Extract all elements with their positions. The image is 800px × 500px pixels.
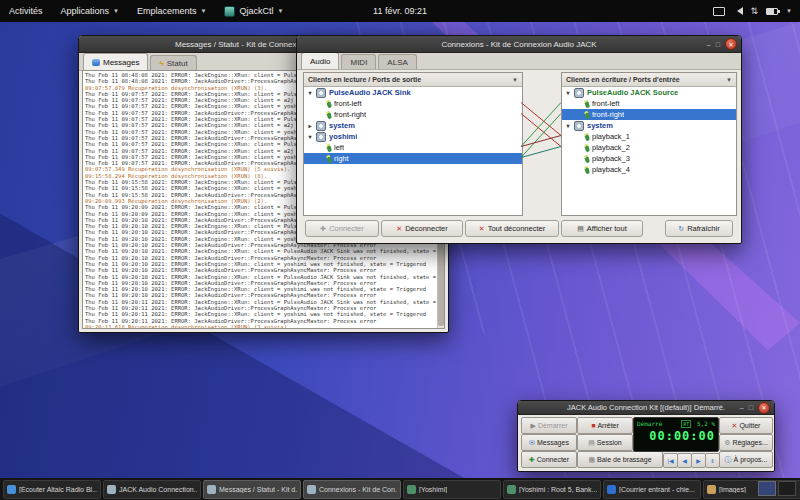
- patchbay-button[interactable]: ▦ Baie de brassage: [577, 451, 663, 468]
- taskbar-window-button[interactable]: Connexions - Kit de Con...: [303, 480, 401, 499]
- places-menu[interactable]: Emplacements ▼: [128, 0, 215, 22]
- tree-row[interactable]: ▾▸ playback_4: [562, 164, 736, 175]
- session-button[interactable]: ▤ Session: [577, 434, 633, 451]
- taskbar-window-button[interactable]: Messages / Statut - Kit d...: [203, 480, 301, 499]
- maximize-button[interactable]: □: [749, 404, 753, 411]
- tab-midi[interactable]: MIDI: [341, 54, 376, 69]
- tab-alsa[interactable]: ALSA: [378, 54, 416, 69]
- tab-audio[interactable]: Audio: [301, 52, 339, 69]
- messages-label: Messages: [537, 439, 569, 446]
- tree-row[interactable]: ▾▸ front-right: [562, 109, 736, 120]
- tree-row[interactable]: ▾▸ playback_1: [562, 131, 736, 142]
- port-icon: [584, 99, 590, 108]
- minimize-button[interactable]: –: [707, 41, 711, 48]
- port-icon: [584, 132, 590, 141]
- transport-button[interactable]: ‖: [705, 453, 720, 468]
- appmenu-qjackctl[interactable]: QjackCtl ▼: [215, 0, 292, 22]
- taskbar-window-button[interactable]: [Yoshimi : Root 5, Bank...: [503, 480, 601, 499]
- client-icon: [574, 88, 584, 98]
- tree-row[interactable]: ▾▸ playback_3: [562, 153, 736, 164]
- taskbar-window-button[interactable]: JACK Audio Connection...: [103, 480, 201, 499]
- port-icon: [326, 143, 332, 152]
- messages-button[interactable]: ✉ Messages: [521, 434, 577, 451]
- close-button[interactable]: ✕: [758, 402, 770, 414]
- stop-button[interactable]: ■ Arrêter: [577, 417, 633, 434]
- quit-label: Quitter: [739, 422, 760, 429]
- expander-icon[interactable]: ▾▸: [307, 122, 313, 129]
- connect-window-button[interactable]: ✚ Connecter: [521, 451, 577, 468]
- tree-row[interactable]: ▾▸ yoshimi: [304, 131, 522, 142]
- network-icon: ⇅: [751, 7, 759, 16]
- window-app-icon: [207, 485, 216, 494]
- expander-icon[interactable]: ▾▸: [565, 122, 571, 129]
- clock[interactable]: 11 févr. 09:21: [373, 0, 427, 22]
- tree-row[interactable]: ▾▸ right: [304, 153, 522, 164]
- output-panel-header[interactable]: Clients en lecture / Ports de sortie ▼: [304, 73, 522, 87]
- refresh-button[interactable]: ↻ Rafraîchir: [665, 220, 733, 237]
- about-button[interactable]: ⓘ À propos...: [719, 451, 773, 468]
- transport-button[interactable]: ▶: [691, 453, 706, 468]
- connect-label: Connecter: [329, 224, 364, 233]
- window-app-icon: [607, 485, 616, 494]
- messages-icon: [92, 59, 100, 66]
- settings-label: Réglages...: [732, 439, 767, 446]
- tree-row[interactable]: ▾▸ system: [562, 120, 736, 131]
- connection-lines: [521, 72, 561, 216]
- output-panel-title: Clients en lecture / Ports de sortie: [308, 76, 421, 83]
- tree-item-label: playback_2: [592, 143, 630, 152]
- appmenu-label: QjackCtl: [239, 6, 273, 16]
- qjackctl-app-icon: [224, 6, 235, 17]
- taskbar-window-button[interactable]: [Écouter Altaic Radio Bl...: [3, 480, 101, 499]
- tab-alsa-label: ALSA: [387, 58, 407, 67]
- tree-item-label: front-right: [334, 110, 366, 119]
- tab-status[interactable]: ϟ Statut: [150, 55, 196, 70]
- expander-icon[interactable]: ▾▸: [565, 89, 571, 96]
- close-button[interactable]: ✕: [725, 38, 737, 50]
- scrollbar-thumb[interactable]: [438, 239, 444, 326]
- taskbar-window-button[interactable]: [Courrier entrant - chie...: [603, 480, 701, 499]
- start-button[interactable]: ▶ Démarrer: [521, 417, 577, 434]
- activities-button[interactable]: Activités: [0, 0, 52, 22]
- disconnect-button[interactable]: ✕ Déconnecter: [381, 220, 463, 237]
- connect-button[interactable]: ✚ Connecter: [305, 220, 379, 237]
- connect-window-label: Connecter: [537, 456, 569, 463]
- applications-menu[interactable]: Applications ▼: [52, 0, 128, 22]
- tree-item-label: playback_4: [592, 165, 630, 174]
- show-all-button[interactable]: ▤ Afficher tout: [561, 220, 643, 237]
- transport-button[interactable]: ◀: [677, 453, 692, 468]
- main-titlebar[interactable]: JACK Audio Connection Kit [(default)] Dé…: [518, 401, 774, 415]
- workspace-2[interactable]: [778, 481, 796, 496]
- quit-button[interactable]: ✕ Quitter: [719, 417, 773, 434]
- transport-button[interactable]: |◀: [663, 453, 678, 468]
- taskbar-window-button[interactable]: [Yoshimi]: [403, 480, 501, 499]
- taskbar-window-label: [Yoshimi : Root 5, Bank...: [519, 486, 597, 493]
- tree-item-label: playback_1: [592, 132, 630, 141]
- input-panel-header[interactable]: Clients en écriture / Ports d'entrée ▼: [562, 73, 736, 87]
- tree-row[interactable]: ▾▸ playback_2: [562, 142, 736, 153]
- window-app-icon: [407, 485, 416, 494]
- taskbar-window-label: [Yoshimi]: [419, 486, 447, 493]
- tree-row[interactable]: ▾▸ PulseAudio JACK Source: [562, 87, 736, 98]
- expander-icon[interactable]: ▾▸: [307, 89, 313, 96]
- stop-icon: ■: [591, 422, 595, 429]
- settings-button[interactable]: ⚙ Réglages...: [719, 434, 773, 451]
- tree-row[interactable]: ▾▸ front-left: [562, 98, 736, 109]
- window-buttons: – □ ✕: [740, 401, 770, 414]
- minimize-button[interactable]: –: [740, 404, 744, 411]
- port-icon: [584, 165, 590, 174]
- tree-item-label: right: [334, 154, 349, 163]
- expander-icon[interactable]: ▾▸: [307, 133, 313, 140]
- maximize-button[interactable]: □: [716, 41, 720, 48]
- tab-messages[interactable]: Messages: [83, 53, 148, 70]
- elapsed-time: 00:00:00: [634, 429, 718, 443]
- tree-row[interactable]: ▾▸ system: [304, 120, 522, 131]
- disconnect-all-button[interactable]: ✕ Tout déconnecter: [465, 220, 559, 237]
- info-icon: ⓘ: [725, 456, 732, 463]
- tree-row[interactable]: ▾▸ PulseAudio JACK Sink: [304, 87, 522, 98]
- connections-titlebar[interactable]: Connexions - Kit de Connexion Audio JACK…: [297, 36, 741, 53]
- tree-row[interactable]: ▾▸ front-right: [304, 109, 522, 120]
- system-tray[interactable]: ⇅ ▼: [713, 0, 793, 22]
- workspace-1[interactable]: [758, 481, 776, 496]
- tree-row[interactable]: ▾▸ front-left: [304, 98, 522, 109]
- tree-row[interactable]: ▾▸ left: [304, 142, 522, 153]
